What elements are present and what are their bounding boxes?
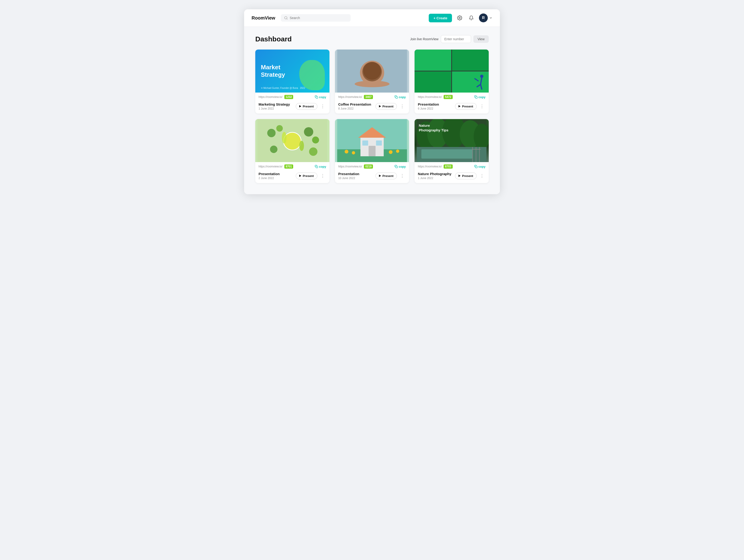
- svg-rect-35: [369, 146, 375, 156]
- card-footer-5: Presentation 10 June 2022 Present ⋮: [335, 170, 409, 183]
- search-bar: [281, 14, 350, 22]
- svg-line-13: [481, 84, 482, 89]
- notifications-button[interactable]: [467, 14, 475, 22]
- present-button-3[interactable]: Present: [455, 103, 477, 110]
- green-panel-1: [414, 49, 451, 71]
- copy-button-3[interactable]: copy: [474, 95, 485, 99]
- join-number-input[interactable]: [441, 35, 471, 43]
- bell-icon: [469, 15, 474, 21]
- card-actions-2: Present ⋮: [375, 103, 406, 110]
- svg-rect-15: [476, 97, 477, 98]
- card-info-5: https://roomview.io/ 0219 copy: [335, 162, 409, 170]
- svg-point-24: [282, 132, 287, 144]
- more-button-3[interactable]: ⋮: [479, 103, 485, 109]
- more-button-2[interactable]: ⋮: [399, 103, 406, 109]
- play-icon-2: [379, 105, 381, 107]
- more-button-5[interactable]: ⋮: [399, 173, 406, 179]
- card-footer-6: Nature Photography 1 June 2022 Present ⋮: [414, 170, 489, 183]
- copy-icon-2: [395, 95, 398, 99]
- play-icon-5: [379, 175, 381, 177]
- card-nature: NaturePhotography Tips https://roomview.…: [414, 119, 489, 183]
- search-input[interactable]: [290, 16, 347, 20]
- card-meta-2: Coffee Presentation 8 June 2022: [338, 102, 375, 110]
- card-name-5: Presentation: [338, 172, 375, 176]
- view-button[interactable]: View: [473, 35, 489, 43]
- svg-point-19: [276, 125, 283, 132]
- card-date-4: 2 June 2022: [259, 177, 296, 180]
- chevron-down-icon: [489, 16, 492, 20]
- card-code-2: 3467: [364, 95, 373, 99]
- card-name-3: Presentation: [418, 102, 455, 106]
- card-thumbnail-house: [335, 119, 409, 162]
- card-vegetables: https://roomview.io/ 8701 copy Presentat…: [255, 119, 330, 183]
- avatar: R: [479, 13, 488, 22]
- card-actions-4: Present ⋮: [296, 173, 326, 179]
- green-panel-3: [414, 71, 451, 92]
- card-date-6: 1 June 2022: [418, 177, 455, 180]
- card-actions-1: Present ⋮: [296, 103, 326, 110]
- present-button-1[interactable]: Present: [296, 103, 318, 110]
- card-info-6: https://roomview.io/ 8703 copy: [414, 162, 489, 170]
- card-url-3: https://roomview.io/: [418, 95, 442, 99]
- card-thumbnail-nature: NaturePhotography Tips: [414, 119, 489, 162]
- card-name-2: Coffee Presentation: [338, 102, 375, 106]
- thumb-author: ✳ Michael Gunter, Founder @ Buna 2022: [261, 87, 305, 89]
- coffee-illustration: [335, 49, 409, 92]
- join-label: Join live RoomView: [410, 37, 439, 41]
- page-title: Dashboard: [255, 35, 292, 43]
- play-icon-3: [458, 105, 460, 107]
- create-button[interactable]: + Create: [429, 14, 452, 22]
- card-footer-1: Marketing Strategy 1 June 2022 Present ⋮: [255, 101, 330, 113]
- card-name-4: Presentation: [259, 172, 296, 176]
- card-marketing-strategy: MarketStrategy ✳ Michael Gunter, Founder…: [255, 49, 330, 113]
- copy-button-5[interactable]: copy: [395, 165, 406, 169]
- house-illustration: [335, 119, 409, 162]
- join-roomview-section: Join live RoomView View: [410, 35, 489, 43]
- green-panel-2: [452, 49, 489, 71]
- card-date-1: 1 June 2022: [259, 107, 296, 110]
- dashboard-header: Dashboard Join live RoomView View: [255, 35, 489, 43]
- present-button-4[interactable]: Present: [296, 173, 318, 179]
- card-thumbnail-green-wall: [414, 49, 489, 92]
- svg-point-2: [459, 17, 460, 18]
- copy-icon-3: [474, 95, 478, 99]
- more-button-1[interactable]: ⋮: [319, 103, 326, 109]
- gear-icon: [457, 15, 462, 21]
- more-button-4[interactable]: ⋮: [319, 173, 326, 179]
- settings-button[interactable]: [456, 14, 463, 22]
- card-date-3: 6 June 2022: [418, 107, 455, 110]
- cards-grid: MarketStrategy ✳ Michael Gunter, Founder…: [255, 49, 489, 183]
- user-avatar-wrapper[interactable]: R: [479, 13, 492, 22]
- svg-point-21: [312, 137, 319, 144]
- present-button-5[interactable]: Present: [375, 173, 397, 179]
- svg-rect-37: [376, 141, 382, 146]
- play-icon-6: [458, 175, 460, 177]
- svg-line-1: [287, 18, 287, 19]
- card-url-2: https://roomview.io/: [338, 95, 362, 99]
- svg-point-23: [309, 147, 318, 156]
- app-logo: RoomView: [252, 15, 275, 21]
- present-button-2[interactable]: Present: [375, 103, 397, 110]
- copy-button-1[interactable]: copy: [315, 95, 326, 99]
- copy-button-4[interactable]: copy: [315, 165, 326, 169]
- copy-icon-4: [315, 165, 318, 168]
- card-footer-4: Presentation 2 June 2022 Present ⋮: [255, 170, 330, 183]
- thumb-title: MarketStrategy: [261, 64, 285, 78]
- svg-point-31: [389, 150, 393, 154]
- present-button-6[interactable]: Present: [455, 173, 477, 179]
- card-actions-5: Present ⋮: [375, 173, 406, 179]
- card-thumbnail-vegetables: [255, 119, 330, 162]
- svg-point-22: [270, 146, 277, 153]
- copy-button-6[interactable]: copy: [474, 165, 485, 169]
- main-content: Dashboard Join live RoomView View Market…: [244, 27, 500, 194]
- svg-rect-3: [316, 97, 318, 98]
- card-code-1: 1232: [284, 95, 293, 99]
- copy-button-2[interactable]: copy: [395, 95, 406, 99]
- green-panel-4: [452, 71, 489, 92]
- card-meta-3: Presentation 6 June 2022: [418, 102, 455, 110]
- svg-point-20: [304, 127, 313, 137]
- card-code-6: 8703: [444, 164, 453, 169]
- more-button-6[interactable]: ⋮: [479, 173, 485, 179]
- search-icon: [284, 16, 288, 20]
- svg-line-11: [481, 78, 482, 84]
